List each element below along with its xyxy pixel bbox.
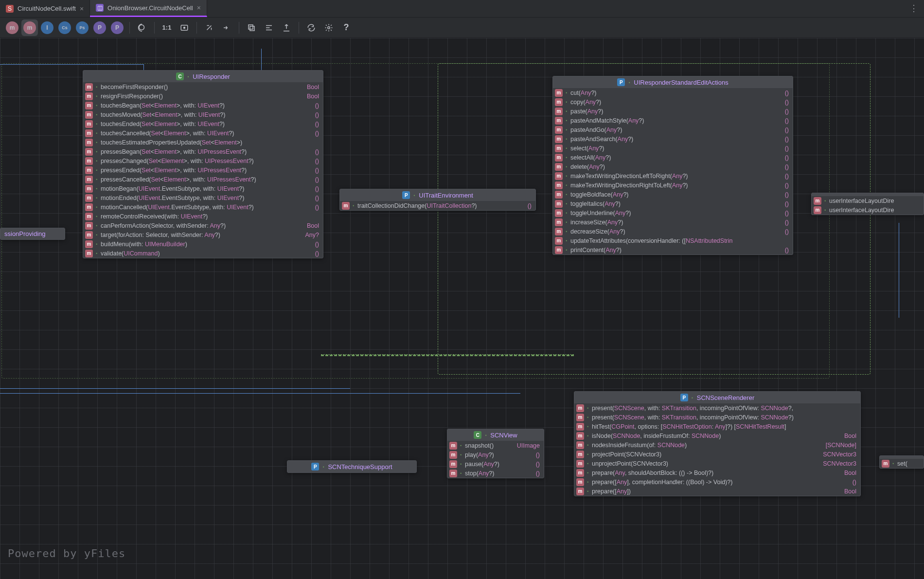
node-uiresponderstandardeditactions[interactable]: P ▪ UIResponderStandardEditActions m▪cut…: [552, 76, 793, 255]
member-row[interactable]: m▪updateTextAttributes(conversionHandler…: [553, 236, 793, 245]
help-icon[interactable]: ?: [338, 19, 355, 36]
gear-icon[interactable]: [320, 19, 337, 36]
member-row[interactable]: m▪set(: [880, 459, 924, 468]
member-row[interactable]: m▪toggleItalics(Any?)(): [553, 199, 793, 208]
member-signature: pressesBegan(Set<Element>, with: UIPress…: [101, 148, 247, 155]
return-type: (): [777, 200, 789, 207]
editor-tabs: S CircuitNodeCell.swift × ◫ OnionBrowser…: [0, 0, 924, 18]
member-row[interactable]: m▪makeTextWritingDirectionLeftToRight(An…: [553, 171, 793, 181]
member-row[interactable]: m▪pause(Any?)(): [447, 459, 544, 469]
diagram-canvas[interactable]: ssionProviding C ▪ UIResponder m▪becomeF…: [0, 38, 924, 579]
member-row[interactable]: m▪remoteControlReceived(with: UIEvent?): [83, 212, 323, 221]
node-partial-right[interactable]: m▪userInterfaceLayoutDirem▪userInterface…: [811, 193, 924, 215]
pin-icon: ▪: [95, 131, 98, 135]
member-row[interactable]: m▪becomeFirstResponder()Bool: [83, 82, 323, 91]
node-uitraitenvironment[interactable]: P ▪ UITraitEnvironment m▪traitCollection…: [339, 189, 536, 211]
tab-swift-file[interactable]: S CircuitNodeCell.swift ×: [0, 0, 90, 17]
refresh-icon[interactable]: [303, 19, 320, 36]
member-row[interactable]: m▪makeTextWritingDirectionRightToLeft(An…: [553, 181, 793, 190]
fit-content-icon[interactable]: [176, 19, 193, 36]
filter-cs-button[interactable]: Cs: [56, 19, 73, 36]
filter-ps-button[interactable]: Ps: [74, 19, 90, 36]
member-row[interactable]: m▪validate(UICommand)(): [83, 249, 323, 258]
align-icon[interactable]: [261, 19, 277, 36]
member-row[interactable]: m▪projectPoint(SCNVector3)SCNVector3: [574, 450, 860, 459]
method-badge-icon: m: [555, 246, 563, 254]
close-icon[interactable]: ×: [80, 5, 84, 13]
preview-icon[interactable]: [134, 19, 150, 36]
member-row[interactable]: m▪userInterfaceLayoutDire: [812, 205, 924, 215]
member-row[interactable]: m▪pasteAndMatchStyle(Any?)(): [553, 116, 793, 125]
member-row[interactable]: m▪motionEnded(UIEvent.EventSubtype, with…: [83, 193, 323, 202]
member-row[interactable]: m▪hitTest(CGPoint, options: [SCNHitTestO…: [574, 422, 860, 431]
member-row[interactable]: m▪prepare(Any, shouldAbortBlock: (() -> …: [574, 468, 860, 477]
member-row[interactable]: m▪touchesMoved(Set<Element>, with: UIEve…: [83, 110, 323, 119]
node-uiresponder[interactable]: C ▪ UIResponder m▪becomeFirstResponder()…: [83, 70, 323, 258]
member-row[interactable]: m▪prepare([Any])Bool: [574, 487, 860, 496]
member-row[interactable]: m▪present(SCNScene, with: SKTransition, …: [574, 403, 860, 413]
member-row[interactable]: m▪pressesCancelled(Set<Element>, with: U…: [83, 175, 323, 184]
member-row[interactable]: m▪touchesBegan(Set<Element>, with: UIEve…: [83, 101, 323, 110]
filter-p1-button[interactable]: P: [91, 19, 108, 36]
export-icon[interactable]: [278, 19, 295, 36]
method-badge-icon: m: [576, 469, 584, 477]
member-row[interactable]: m▪printContent(Any?)(): [553, 245, 793, 254]
member-signature: prepare([Any]): [592, 488, 631, 495]
member-row[interactable]: m▪pressesBegan(Set<Element>, with: UIPre…: [83, 147, 323, 156]
member-row[interactable]: m▪touchesEnded(Set<Element>, with: UIEve…: [83, 119, 323, 128]
member-row[interactable]: m▪resignFirstResponder()Bool: [83, 91, 323, 101]
member-row[interactable]: m▪pasteAndSearch(Any?)(): [553, 134, 793, 144]
node-partial-left[interactable]: ssionProviding: [0, 228, 65, 240]
member-row[interactable]: m▪pressesEnded(Set<Element>, with: UIPre…: [83, 165, 323, 175]
return-type: SCNVector3: [815, 460, 856, 467]
member-row[interactable]: m▪unprojectPoint(SCNVector3)SCNVector3: [574, 459, 860, 468]
member-row[interactable]: m▪motionBegan(UIEvent.EventSubtype, with…: [83, 184, 323, 193]
member-row[interactable]: m▪toggleBoldface(Any?)(): [553, 190, 793, 199]
member-row[interactable]: m▪traitCollectionDidChange(UITraitCollec…: [340, 201, 535, 210]
member-row[interactable]: m▪decreaseSize(Any?)(): [553, 227, 793, 236]
member-signature: printContent(Any?): [570, 247, 622, 253]
member-row[interactable]: m▪present(SCNScene, with: SKTransition, …: [574, 413, 860, 422]
filter-i-button[interactable]: I: [39, 19, 55, 36]
node-scntechniquesupport[interactable]: P ▪ SCNTechniqueSupport: [287, 460, 417, 473]
member-row[interactable]: m▪play(Any?)(): [447, 450, 544, 459]
collapse-icon[interactable]: [218, 19, 235, 36]
zoom-actual-button[interactable]: 1:1: [159, 19, 175, 36]
member-row[interactable]: m▪pasteAndGo(Any?)(): [553, 125, 793, 134]
member-row[interactable]: m▪target(forAction: Selector, withSender…: [83, 230, 323, 239]
member-row[interactable]: m▪toggleUnderline(Any?)(): [553, 208, 793, 217]
filter-m-button[interactable]: m: [4, 19, 20, 36]
member-row[interactable]: m▪paste(Any?)(): [553, 107, 793, 116]
node-partial-bottom-right[interactable]: m▪set(: [879, 455, 924, 469]
member-row[interactable]: m▪increaseSize(Any?)(): [553, 217, 793, 227]
member-row[interactable]: m▪touchesCancelled(Set<Element>, with: U…: [83, 128, 323, 138]
member-row[interactable]: m▪motionCancelled(UIEvent.EventSubtype, …: [83, 202, 323, 212]
member-row[interactable]: m▪select(Any?)(): [553, 144, 793, 153]
kebab-menu-icon[interactable]: ⋮: [909, 3, 918, 14]
member-row[interactable]: m▪copy(Any?)(): [553, 97, 793, 107]
links-icon[interactable]: [201, 19, 217, 36]
member-row[interactable]: m▪snapshot()UIImage: [447, 441, 544, 450]
filter-p2-button[interactable]: P: [109, 19, 125, 36]
filter-m-active-button[interactable]: m: [21, 19, 38, 36]
node-scnscenerenderer[interactable]: P ▪ SCNSceneRenderer m▪present(SCNScene,…: [574, 391, 861, 496]
member-row[interactable]: m▪delete(Any?)(): [553, 162, 793, 171]
member-row[interactable]: m▪pressesChanged(Set<Element>, with: UIP…: [83, 156, 323, 165]
member-row[interactable]: m▪cut(Any?)(): [553, 88, 793, 97]
member-signature: buildMenu(with: UIMenuBuilder): [101, 241, 187, 248]
copy-icon[interactable]: [243, 19, 260, 36]
member-row[interactable]: m▪prepare([Any], completionHandler: ((Bo…: [574, 477, 860, 487]
close-icon[interactable]: ×: [197, 4, 201, 12]
member-row[interactable]: m▪userInterfaceLayoutDire: [812, 196, 924, 205]
member-row[interactable]: m▪buildMenu(with: UIMenuBuilder)(): [83, 239, 323, 249]
member-row[interactable]: m▪stop(Any?)(): [447, 469, 544, 478]
member-signature: userInterfaceLayoutDire: [829, 198, 894, 204]
node-scnview[interactable]: C ▪ SCNView m▪snapshot()UIImagem▪play(An…: [447, 429, 544, 478]
member-row[interactable]: m▪isNode(SCNNode, insideFrustumOf: SCNNo…: [574, 431, 860, 440]
member-row[interactable]: m▪selectAll(Any?)(): [553, 153, 793, 162]
tab-diagram[interactable]: ◫ OnionBrowser.CircuitNodeCell ×: [90, 0, 207, 17]
return-type: (): [777, 108, 789, 115]
member-row[interactable]: m▪canPerformAction(Selector, withSender:…: [83, 221, 323, 230]
member-row[interactable]: m▪nodesInsideFrustum(of: SCNNode)[SCNNod…: [574, 440, 860, 450]
member-row[interactable]: m▪touchesEstimatedPropertiesUpdated(Set<…: [83, 138, 323, 147]
